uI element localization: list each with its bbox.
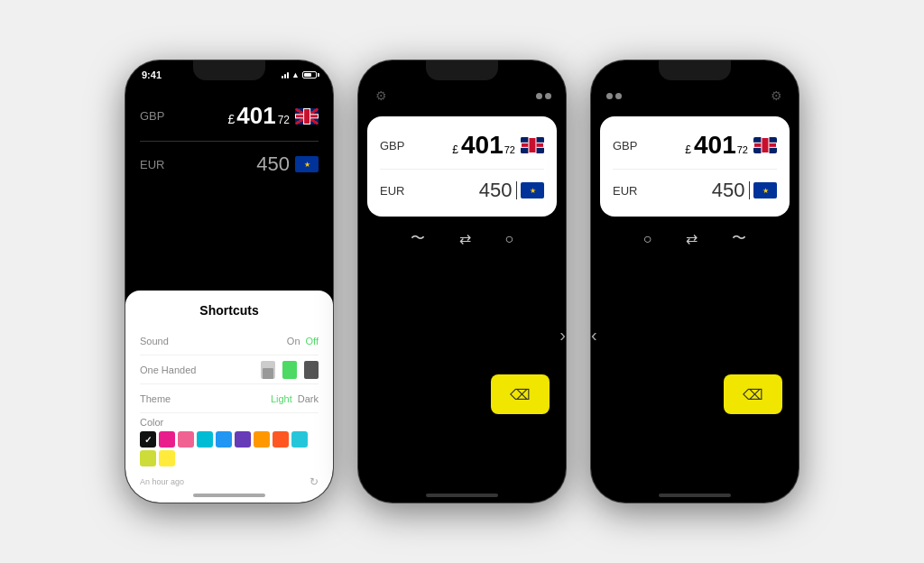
repeat-ctrl-2[interactable]: ⇄ bbox=[459, 230, 471, 247]
dot-1 bbox=[536, 93, 542, 99]
repeat-ctrl-3[interactable]: ⇄ bbox=[686, 230, 698, 247]
swatch-black[interactable]: ✓ bbox=[140, 431, 156, 448]
scene: 9:41 ▲ GBP £ 401 72 bbox=[107, 42, 817, 521]
time-3: 9:41 bbox=[607, 69, 627, 80]
gear-icon-3[interactable]: ⚙ bbox=[766, 86, 786, 106]
arrow-left-3[interactable]: ‹ bbox=[591, 325, 597, 346]
key-7[interactable]: 7 bbox=[374, 255, 433, 295]
status-icons-2: ▲ bbox=[514, 70, 550, 79]
cursor-2 bbox=[516, 181, 518, 199]
key-3-3[interactable]: 3 bbox=[724, 335, 782, 374]
circle-ctrl-3[interactable]: ○ bbox=[643, 231, 652, 247]
swatch-lime[interactable] bbox=[140, 450, 156, 466]
phone-1: 9:41 ▲ GBP £ 401 72 bbox=[125, 60, 333, 503]
key-2[interactable]: 2 bbox=[433, 335, 492, 374]
time-1: 9:41 bbox=[142, 69, 162, 80]
wave-ctrl-2[interactable]: 〜 bbox=[411, 229, 425, 248]
card-gbp-row: GBP £ 401 72 bbox=[380, 127, 544, 163]
wifi-icon-3: ▲ bbox=[757, 70, 765, 79]
arrow-right-2[interactable]: › bbox=[559, 325, 566, 346]
card-eur-row: EUR 450 ★ bbox=[380, 175, 544, 206]
hand-left[interactable] bbox=[261, 361, 275, 379]
status-bar-1: 9:41 ▲ bbox=[125, 60, 333, 84]
key-4-3[interactable]: 4 bbox=[607, 295, 666, 335]
key-4[interactable]: 4 bbox=[374, 295, 433, 335]
swatch-teal[interactable] bbox=[291, 431, 308, 448]
card-eur-amount: 450 bbox=[479, 179, 513, 202]
numpad-3: 7 8 9 4 5 6 1 2 3 0 . ⌫ bbox=[598, 255, 791, 414]
color-row: Color ✓ bbox=[140, 413, 319, 470]
card-gbp-label: GBP bbox=[380, 139, 404, 152]
eu-flag-1: ★ bbox=[295, 156, 319, 172]
dots-icon-2[interactable] bbox=[533, 86, 553, 106]
theme-light[interactable]: Light bbox=[271, 393, 292, 404]
home-bar-3 bbox=[659, 494, 731, 497]
swatch-yellow[interactable] bbox=[159, 450, 175, 466]
key-dot[interactable]: . bbox=[433, 374, 492, 414]
key-6-3[interactable]: 6 bbox=[724, 295, 782, 335]
sound-on[interactable]: On bbox=[287, 336, 300, 346]
dots-icon-3[interactable] bbox=[604, 86, 624, 106]
key-5[interactable]: 5 bbox=[433, 295, 492, 335]
card-eur-amount-3: 450 bbox=[712, 179, 745, 202]
key-0[interactable]: 0 bbox=[374, 374, 433, 414]
hand-center[interactable] bbox=[282, 361, 297, 379]
numpad-2: 7 8 9 4 5 6 1 2 3 0 . ⌫ bbox=[365, 255, 559, 414]
sound-options: On Off bbox=[287, 336, 319, 346]
card-divider-3 bbox=[613, 169, 777, 170]
swatch-hotpink[interactable] bbox=[178, 431, 194, 448]
signal-icon-2 bbox=[514, 71, 522, 78]
dot-3b bbox=[615, 93, 622, 99]
key-7-3[interactable]: 7 bbox=[607, 255, 666, 295]
key-6[interactable]: 6 bbox=[491, 295, 550, 335]
eu-flag-3: ★ bbox=[753, 182, 777, 198]
key-backspace[interactable]: ⌫ bbox=[491, 374, 550, 414]
key-9-3[interactable]: 9 bbox=[724, 255, 782, 295]
shortcuts-title: Shortcuts bbox=[140, 303, 319, 318]
eur-label-1: EUR bbox=[140, 158, 164, 171]
sound-row[interactable]: Sound On Off bbox=[140, 327, 319, 355]
dot-2 bbox=[545, 93, 551, 99]
swatch-orange[interactable] bbox=[254, 431, 270, 448]
card-eur-row-3: EUR 450 ★ bbox=[613, 175, 777, 206]
signal-icon-1 bbox=[282, 71, 289, 78]
key-2-3[interactable]: 2 bbox=[666, 335, 725, 374]
card-divider bbox=[380, 169, 544, 170]
phone-3: 9:41 ▲ ⚙ GBP bbox=[591, 60, 799, 503]
circle-ctrl-2[interactable]: ○ bbox=[504, 231, 513, 247]
color-swatches: ✓ bbox=[140, 431, 319, 466]
swatch-blue[interactable] bbox=[216, 431, 232, 448]
phone-1-screen: 9:41 ▲ GBP £ 401 72 bbox=[125, 60, 333, 503]
eur-row-1: EUR 450 ★ bbox=[125, 145, 333, 183]
swatch-pink[interactable] bbox=[159, 431, 175, 448]
dot-3a bbox=[606, 93, 613, 99]
hand-right[interactable] bbox=[304, 361, 319, 379]
divider-1 bbox=[140, 141, 319, 142]
key-8[interactable]: 8 bbox=[433, 255, 492, 295]
key-3[interactable]: 3 bbox=[491, 335, 550, 374]
key-8-3[interactable]: 8 bbox=[666, 255, 725, 295]
key-5-3[interactable]: 5 bbox=[666, 295, 725, 335]
wave-ctrl-3[interactable]: 〜 bbox=[732, 229, 746, 248]
key-backspace-3[interactable]: ⌫ bbox=[724, 374, 782, 414]
top-bar-3: ⚙ bbox=[591, 84, 799, 109]
swatch-red[interactable] bbox=[273, 431, 289, 448]
gear-icon-2[interactable]: ⚙ bbox=[371, 86, 391, 106]
color-label: Color bbox=[140, 417, 194, 428]
key-0-3[interactable]: 0 bbox=[607, 374, 666, 414]
theme-row[interactable]: Theme Light Dark bbox=[140, 384, 319, 413]
swatch-cyan[interactable] bbox=[197, 431, 213, 448]
key-1[interactable]: 1 bbox=[374, 335, 433, 374]
phone-2-screen: 9:41 ▲ ⚙ GBP bbox=[358, 60, 566, 503]
eu-flag-2: ★ bbox=[521, 182, 544, 198]
key-1-3[interactable]: 1 bbox=[607, 335, 666, 374]
card-3: GBP £ 401 72 EUR bbox=[600, 116, 790, 217]
theme-dark[interactable]: Dark bbox=[298, 393, 319, 404]
sound-off[interactable]: Off bbox=[306, 336, 319, 346]
gbp-label-1: GBP bbox=[140, 109, 164, 123]
one-handed-row[interactable]: One Handed bbox=[140, 355, 319, 384]
sync-icon[interactable]: ↻ bbox=[310, 475, 319, 488]
key-9[interactable]: 9 bbox=[491, 255, 550, 295]
key-dot-3[interactable]: . bbox=[666, 374, 725, 414]
swatch-purple[interactable] bbox=[235, 431, 251, 448]
